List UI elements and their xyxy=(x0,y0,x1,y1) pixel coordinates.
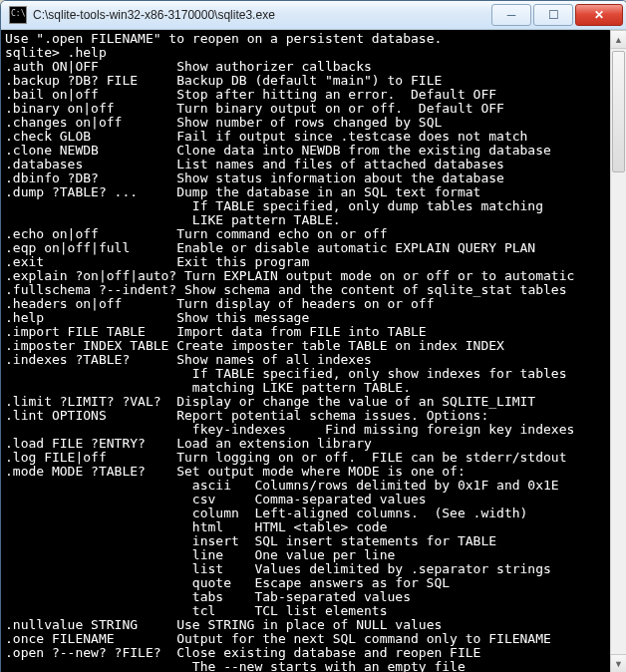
console-output[interactable]: Use ".open FILENAME" to reopen on a pers… xyxy=(1,30,610,672)
app-window: C:\sqlite-tools-win32-x86-3170000\sqlite… xyxy=(0,0,626,672)
titlebar[interactable]: C:\sqlite-tools-win32-x86-3170000\sqlite… xyxy=(1,1,626,30)
client-area: Use ".open FILENAME" to reopen on a pers… xyxy=(1,30,626,672)
maximize-button[interactable]: ☐ xyxy=(533,4,573,26)
close-button[interactable]: ✕ xyxy=(575,4,623,26)
minimize-button[interactable]: ─ xyxy=(491,4,531,26)
scroll-down-button[interactable]: ▼ xyxy=(610,654,626,672)
window-title: C:\sqlite-tools-win32-x86-3170000\sqlite… xyxy=(33,8,489,22)
vertical-scrollbar[interactable]: ▲ ▼ xyxy=(610,30,626,672)
window-buttons: ─ ☐ ✕ xyxy=(489,4,623,26)
app-icon xyxy=(9,6,27,24)
scroll-track[interactable] xyxy=(610,49,626,654)
scroll-up-button[interactable]: ▲ xyxy=(610,30,626,49)
scroll-thumb[interactable] xyxy=(612,51,625,172)
